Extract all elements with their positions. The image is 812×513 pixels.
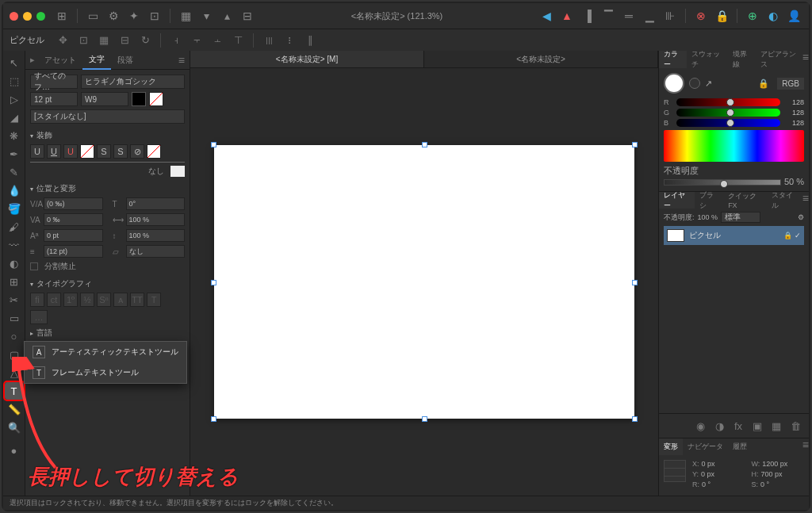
lock-icon[interactable]: 🔒 [758,78,769,89]
kerning-input[interactable]: 0 ‰ [44,213,103,226]
select-same-icon[interactable]: ⊟ [116,32,133,49]
layer-lock-icon[interactable]: 🔒 ✓ [783,232,801,239]
transparency-tool[interactable]: ◐ [5,255,24,272]
pencil-tool[interactable]: ✎ [5,163,24,181]
account-icon[interactable]: 👤 [785,7,802,25]
layer-opacity-value[interactable]: 100 % [698,213,718,221]
layer-settings-icon[interactable]: ⚙ [798,213,804,221]
measure-tool[interactable]: 📏 [5,400,24,418]
flyout-frame-text[interactable]: T フレームテキストツール [25,362,186,383]
color-mode-select[interactable]: RGB [777,78,804,90]
close-window[interactable] [10,12,18,21]
lock-icon[interactable]: 🔒 [713,7,730,25]
section-position[interactable]: 位置と変形 [30,180,185,197]
halign-center-icon[interactable]: ⫟ [188,32,205,49]
section-language[interactable]: 言語 [30,324,185,342]
font-size-input[interactable]: 12 pt [30,92,78,106]
rounded-rect-tool[interactable]: ▢ [5,346,24,363]
s-value[interactable]: 0 ° [760,480,769,488]
dist-h-icon[interactable]: ⫼ [260,32,278,49]
valign-top-icon[interactable]: ⊤ [229,32,247,49]
color-menu-icon[interactable]: ≡ [802,51,809,68]
underline-swatch[interactable] [80,144,94,159]
doc-tab-1[interactable]: <名称未設定> [M] [190,51,424,67]
brush-tool[interactable]: 🖌 [5,218,24,235]
double-underline-button[interactable]: U [47,144,61,159]
eyedropper-tool[interactable]: 💧 [5,182,24,199]
layer-menu-icon[interactable]: ≡ [802,192,809,209]
double-strike-button[interactable]: S [113,144,128,159]
add-icon[interactable]: ⊕ [744,7,761,25]
delete-layer-icon[interactable]: 🗑 [787,417,804,435]
r-value[interactable]: 128 [785,98,804,106]
tab-appearance[interactable]: アピアランス [756,51,802,68]
text-bg-swatch[interactable] [149,92,163,106]
zoom-window[interactable] [36,12,45,21]
persona-icon[interactable]: ⊞ [53,7,71,25]
tab-assets[interactable]: アセット [38,51,82,70]
canvas-viewport[interactable] [190,68,658,496]
baseline-input[interactable]: 0 pt [44,229,103,242]
g-value[interactable]: 128 [785,109,804,117]
select-all-icon[interactable]: ⊡ [75,32,92,49]
hscale-input[interactable]: 100 % [126,213,186,226]
align-center-icon[interactable]: ▲ [558,7,576,25]
opacity-value[interactable]: 50 % [784,177,804,186]
leading-input[interactable]: (12 pt) [44,245,103,258]
halign-left-icon[interactable]: ⫞ [167,32,185,49]
zoom-tool[interactable]: 🔍 [5,419,24,436]
mask-icon[interactable]: ◑ [710,417,728,435]
no-break-checkbox[interactable] [30,262,38,270]
shear-input[interactable]: なし [126,245,186,258]
artboard[interactable] [214,145,634,419]
anchor-grid[interactable] [664,460,686,482]
handle-tr[interactable] [632,142,638,147]
pen-tool[interactable]: ✒ [5,145,24,163]
handle-br[interactable] [632,416,638,422]
assistant-icon[interactable]: ◐ [764,7,782,25]
small-caps-button[interactable]: ᴀ [113,293,128,307]
strike-outline-button[interactable]: ⊘ [130,144,144,159]
opacity-slider[interactable] [664,179,781,186]
rectangle-tool[interactable]: ▭ [5,309,24,327]
tab-color[interactable]: カラー [659,51,687,68]
cycle-icon[interactable]: ↻ [136,32,154,49]
handle-tm[interactable] [422,142,427,147]
b-slider[interactable] [676,119,780,127]
triangle-tool[interactable]: △ [5,364,24,381]
align-middle-icon[interactable]: ═ [620,7,638,25]
handle-tl[interactable] [211,142,216,147]
move-icon[interactable]: ✥ [54,32,71,49]
font-family-select[interactable]: ヒラギノ角ゴシック [81,75,185,89]
rotation-input[interactable]: 0° [126,197,186,210]
handle-mr[interactable] [632,280,638,285]
tab-character[interactable]: 文字 [82,51,111,70]
handle-bm[interactable] [422,416,427,422]
font-filter-select[interactable]: すべてのフ… [30,75,78,89]
y-value[interactable]: 0 px [701,470,714,478]
distribute-h-icon[interactable]: ⊪ [661,7,679,25]
tab-layers[interactable]: レイヤー [659,192,695,209]
snap-icon[interactable]: ⊗ [692,7,710,25]
tab-paragraph[interactable]: 段落 [111,51,140,70]
tab-transform[interactable]: 変形 [659,438,683,455]
crop-tool[interactable]: ✂ [5,291,24,308]
vector-brush-tool[interactable]: 〰 [5,236,24,254]
align-left-icon[interactable]: ◀ [538,7,555,25]
caps-button[interactable]: TT [130,293,144,307]
w-value[interactable]: 1200 px [762,460,787,468]
order-back-icon[interactable]: ▾ [197,7,215,25]
align-bottom-icon[interactable]: ▁ [641,7,658,25]
add-layer-icon[interactable]: ▦ [768,417,785,435]
text-color-swatch[interactable] [132,92,146,106]
tab-quickfx[interactable]: クイックFX [723,192,767,209]
section-typography[interactable]: タイポグラフィ [30,275,185,293]
minimize-window[interactable] [23,12,32,21]
contour-tool[interactable]: ❋ [5,127,24,144]
doc-tab-2[interactable]: <名称未設定> [424,51,658,67]
strike-swatch[interactable] [147,144,161,159]
space-icon[interactable]: ∥ [301,32,319,49]
new-layer-icon[interactable]: ▭ [84,7,102,25]
corner-tool[interactable]: ◢ [5,109,24,126]
tab-swatches[interactable]: スウォッチ [687,51,727,68]
